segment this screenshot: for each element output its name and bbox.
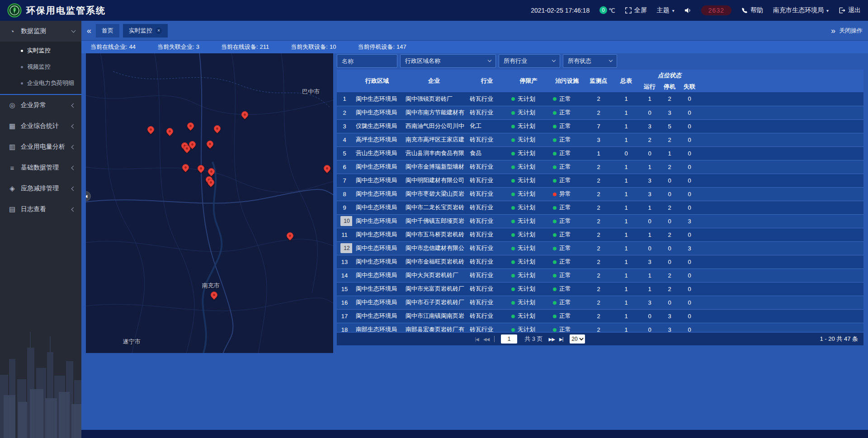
map-pin[interactable] bbox=[186, 121, 195, 131]
table-row[interactable]: 12阆中生态环境局阆中市忠信建材有限公砖瓦行业无计划正常21003 bbox=[337, 241, 863, 255]
status-dot-icon bbox=[511, 233, 515, 237]
sidebar-item[interactable]: ▦企业综合统计 bbox=[0, 116, 81, 137]
status-dot-icon bbox=[553, 206, 557, 210]
status-dot-icon bbox=[511, 220, 515, 223]
cell-total-meter: 1 bbox=[613, 174, 640, 187]
table-row[interactable]: 1阆中生态环境局阆中强锐页岩砖厂砖瓦行业无计划正常21120 bbox=[337, 92, 863, 106]
map-pin[interactable] bbox=[212, 124, 222, 133]
table-row[interactable]: 16阆中生态环境局阆中市石子页岩机砖厂砖瓦行业无计划正常21300 bbox=[337, 296, 863, 309]
alarm-count-badge[interactable]: 2632 bbox=[701, 5, 731, 15]
cell-index: 7 bbox=[337, 174, 352, 187]
sidebar-subitem[interactable]: 视频监控 bbox=[0, 59, 81, 75]
tab-实时监控[interactable]: 实时监控× bbox=[123, 24, 168, 38]
map-pin[interactable] bbox=[285, 231, 295, 240]
fullscreen-button[interactable]: 全屏 bbox=[625, 6, 647, 14]
table-row[interactable]: 17阆中生态环境局阆中市江南镇阆南页岩砖瓦行业无计划正常21030 bbox=[337, 309, 863, 323]
alarm-sound-button[interactable] bbox=[684, 7, 691, 14]
cell-region: 高坪生态环境局 bbox=[352, 133, 402, 146]
map-pin[interactable] bbox=[207, 166, 216, 176]
cell-total-meter: 0 bbox=[613, 146, 640, 160]
status-dot-icon bbox=[553, 247, 557, 250]
sidebar-subitem[interactable]: 企业电力负荷明细 bbox=[0, 75, 81, 91]
scroll-tabs-left-button[interactable]: « bbox=[87, 27, 91, 35]
column-header-production-limit: 停限产 bbox=[508, 70, 549, 92]
table-row[interactable]: 9阆中生态环境局阆中市二龙长宝页岩砖砖瓦行业无计划正常21120 bbox=[337, 201, 863, 214]
column-header-treatment-facility: 治污设施 bbox=[549, 70, 585, 92]
prev-page-button[interactable]: ◀◀ bbox=[483, 337, 489, 342]
theme-dropdown[interactable]: 主题 ▾ bbox=[657, 6, 675, 14]
cell-treatment-facility: 正常 bbox=[549, 228, 585, 241]
sidebar-item[interactable]: ≡基础数据管理 bbox=[0, 157, 81, 178]
close-operations-button[interactable]: 关闭操作 bbox=[839, 27, 863, 35]
table-row[interactable]: 11阆中生态环境局阆中市五马桥页岩机砖砖瓦行业无计划正常21120 bbox=[337, 228, 863, 241]
table-row[interactable]: 8阆中生态环境局阆中市枣碧大梁山页岩砖瓦行业无计划异常21300 bbox=[337, 187, 863, 201]
map-pin[interactable] bbox=[165, 127, 175, 136]
tab-首页[interactable]: 首页 bbox=[96, 24, 119, 38]
sidebar-item[interactable]: ◎企业异常 bbox=[0, 95, 81, 116]
cell-region: 阆中生态环境局 bbox=[352, 241, 402, 255]
next-page-button[interactable]: ▶▶ bbox=[549, 337, 555, 342]
table-row[interactable]: 18南部生态环境局南部县宏泰页岩砖厂有砖瓦行业无计划正常21030 bbox=[337, 323, 863, 332]
sidebar-item[interactable]: ▥企业用电量分析 bbox=[0, 137, 81, 157]
cell-company: 阆中市金博瑞新型墙材 bbox=[402, 160, 466, 174]
chevron-down-icon bbox=[552, 58, 556, 62]
cell-treatment-facility: 正常 bbox=[549, 214, 585, 228]
map-pin[interactable] bbox=[209, 290, 219, 300]
region-filter-select[interactable]: 行政区域名称 bbox=[400, 54, 496, 68]
map-pin[interactable] bbox=[196, 164, 206, 173]
cell-region: 阆中生态环境局 bbox=[352, 187, 402, 201]
status-dot-icon bbox=[553, 315, 557, 318]
sidebar-item[interactable]: ◈应急减排管理 bbox=[0, 178, 81, 199]
map-pin[interactable] bbox=[146, 125, 156, 134]
cell-production-limit: 无计划 bbox=[508, 187, 549, 201]
table-row[interactable]: 10阆中生态环境局阆中千佛镇五郎垭页岩砖瓦行业无计划正常21003 bbox=[337, 214, 863, 228]
tab-bar: « 首页实时监控× » 关闭操作 bbox=[81, 21, 868, 41]
table-row[interactable]: 5营山生态环境局营山县润丰肉食品有限食品无计划正常10010 bbox=[337, 146, 863, 160]
cell-offline: 0 bbox=[679, 201, 699, 214]
sidebar-subitem[interactable]: 实时监控 bbox=[0, 42, 81, 59]
cell-monitor-points: 2 bbox=[585, 228, 613, 241]
cell-filler bbox=[699, 133, 863, 146]
page-size-select[interactable]: 20 bbox=[570, 334, 585, 344]
cell-total-meter: 1 bbox=[613, 214, 640, 228]
table-row[interactable]: 15阆中生态环境局阆中市光富页岩机砖厂砖瓦行业无计划正常21120 bbox=[337, 282, 863, 296]
map-pin[interactable] bbox=[205, 139, 215, 149]
cell-stopped: 2 bbox=[660, 160, 679, 174]
status-filter-select[interactable]: 所有状态 bbox=[563, 54, 617, 68]
cell-stopped: 2 bbox=[660, 282, 679, 296]
cell-industry: 砖瓦行业 bbox=[466, 201, 508, 214]
table-row[interactable]: 6阆中生态环境局阆中市金博瑞新型墙材砖瓦行业无计划正常21120 bbox=[337, 160, 863, 174]
cell-region: 阆中生态环境局 bbox=[352, 174, 402, 187]
map-canvas[interactable]: 巴中市南充市遂宁市 ◀ bbox=[86, 53, 333, 353]
last-page-button[interactable]: ▶| bbox=[559, 337, 563, 342]
cell-running: 1 bbox=[640, 160, 660, 174]
sidebar-item[interactable]: ◔数据监测 bbox=[0, 21, 81, 42]
industry-filter-select[interactable]: 所有行业 bbox=[499, 54, 560, 68]
table-row[interactable]: 2阆中生态环境局阆中市南方节能建材有砖瓦行业无计划正常21030 bbox=[337, 106, 863, 119]
help-button[interactable]: 帮助 bbox=[741, 6, 763, 14]
scroll-tabs-right-button[interactable]: » bbox=[831, 27, 835, 35]
sidebar-item[interactable]: ▤日志查看 bbox=[0, 199, 81, 220]
cell-region: 阆中生态环境局 bbox=[352, 282, 402, 296]
table-row[interactable]: 7阆中生态环境局阆中明阳建材有限公司砖瓦行业无计划正常21300 bbox=[337, 174, 863, 187]
map-pin[interactable] bbox=[322, 164, 332, 173]
page-number-input[interactable] bbox=[501, 334, 517, 344]
table-row[interactable]: 4高坪生态环境局南充市高坪区王家店建砖瓦行业无计划正常31220 bbox=[337, 133, 863, 146]
cell-total-meter: 1 bbox=[613, 296, 640, 309]
first-page-button[interactable]: |◀ bbox=[475, 337, 478, 342]
map-pin[interactable] bbox=[240, 109, 250, 119]
name-filter-input[interactable] bbox=[337, 54, 397, 68]
cell-offline: 0 bbox=[679, 309, 699, 323]
table-row[interactable]: 14阆中生态环境局阆中大兴页岩机砖厂砖瓦行业无计划正常21120 bbox=[337, 268, 863, 282]
cell-filler bbox=[699, 187, 863, 201]
logout-button[interactable]: 退出 bbox=[839, 6, 861, 14]
table-row[interactable]: 3仪陇生态环境局西南油气田分公司川中化工无计划正常71350 bbox=[337, 119, 863, 133]
cell-offline: 0 bbox=[679, 133, 699, 146]
fullscreen-icon bbox=[625, 7, 632, 14]
organization-dropdown[interactable]: 南充市生态环境局 ▾ bbox=[773, 6, 829, 14]
cell-company: 营山县润丰肉食品有限 bbox=[402, 146, 466, 160]
cell-stopped: 5 bbox=[660, 119, 679, 133]
table-row[interactable]: 13阆中生态环境局阆中市金福旺页岩机砖砖瓦行业无计划正常21300 bbox=[337, 255, 863, 268]
map-pin[interactable] bbox=[181, 163, 190, 172]
tab-close-icon[interactable]: × bbox=[156, 28, 162, 34]
